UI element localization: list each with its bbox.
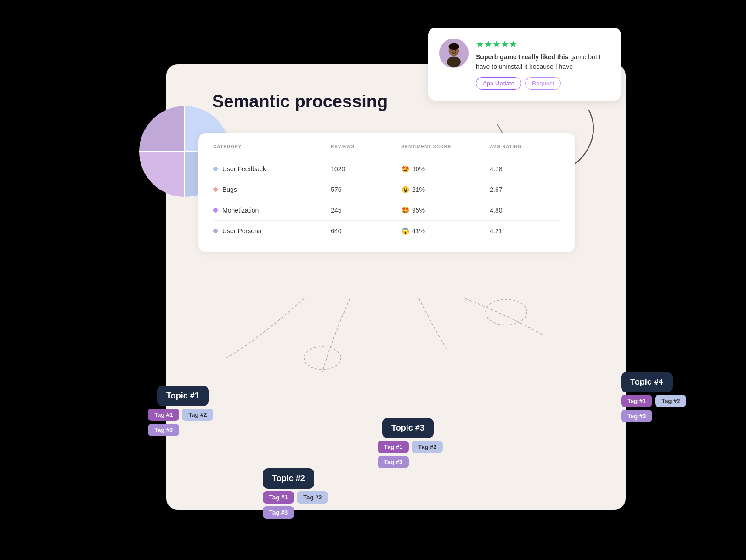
topic4-tag2: Tag #2 <box>655 395 686 407</box>
avg-rating: 4.78 <box>490 165 560 173</box>
sentiment-emoji: 😱 <box>401 227 409 235</box>
category-dot <box>213 229 218 233</box>
topic2-tag2: Tag #2 <box>297 491 328 504</box>
reviews-count: 576 <box>331 186 401 193</box>
topic3-tag2: Tag #2 <box>412 441 443 453</box>
sentiment-emoji: 🤩 <box>401 165 409 173</box>
category-dot <box>213 187 218 192</box>
sentiment-pct: 41% <box>412 227 425 235</box>
category-cell: User Feedback <box>213 165 331 173</box>
topic3-tag3: Tag #3 <box>378 456 409 468</box>
avg-rating: 2.67 <box>490 186 560 193</box>
sentiment-score: 😮 21% <box>401 186 490 193</box>
topic1-label: Topic #1 <box>157 386 209 406</box>
category-name: User Persona <box>222 227 262 235</box>
avg-rating: 4.21 <box>490 227 560 235</box>
topic1-tag3: Tag #3 <box>148 424 179 436</box>
topic1-tags: Tag #1 Tag #2 Tag #3 <box>148 409 231 436</box>
reviews-count: 1020 <box>331 165 401 173</box>
topic4-label: Topic #4 <box>621 372 673 392</box>
topic2-tags: Tag #1 Tag #2 Tag #3 <box>263 491 345 519</box>
reviews-count: 245 <box>331 207 401 214</box>
review-card: ★★★★★ Superb game I really liked this ga… <box>428 28 621 101</box>
avatar <box>439 39 469 68</box>
svg-point-8 <box>455 50 456 51</box>
category-name: User Feedback <box>222 165 266 173</box>
sentiment-pct: 90% <box>412 165 425 173</box>
topic4-tags: Tag #1 Tag #2 Tag #3 <box>621 395 713 422</box>
header-avg-rating: AVG RATING <box>490 144 560 149</box>
sentiment-emoji: 😮 <box>401 186 409 193</box>
category-dot <box>213 167 218 171</box>
reviews-count: 640 <box>331 227 401 235</box>
review-text: Superb game I really liked this game but… <box>476 52 610 72</box>
avg-rating: 4.80 <box>490 207 560 214</box>
svg-point-7 <box>452 50 453 51</box>
topic2-tag3: Tag #3 <box>263 506 294 519</box>
topic3-tag1: Tag #1 <box>378 441 409 453</box>
topic4-tag1: Tag #1 <box>621 395 652 407</box>
table-row: User Persona 640 😱 41% 4.21 <box>213 221 560 241</box>
sentiment-pct: 21% <box>412 186 425 193</box>
tag-request[interactable]: Request <box>525 77 561 90</box>
sentiment-score: 😱 41% <box>401 227 490 235</box>
table-row: Bugs 576 😮 21% 2.67 <box>213 179 560 200</box>
topic2-label: Topic #2 <box>263 468 314 489</box>
topic1-tag1: Tag #1 <box>148 409 179 421</box>
table-header: CATEGORY REVIEWS SENTIMENT SCORE AVG RAT… <box>213 144 560 155</box>
sentiment-score: 🤩 90% <box>401 165 490 173</box>
category-cell: User Persona <box>213 227 331 235</box>
category-cell: Monetization <box>213 207 331 214</box>
sentiment-pct: 95% <box>412 207 425 214</box>
topic3-label: Topic #3 <box>382 418 434 438</box>
topic1-tag2: Tag #2 <box>182 409 213 421</box>
table-row: User Feedback 1020 🤩 90% 4.78 <box>213 159 560 179</box>
star-rating: ★★★★★ <box>476 39 610 50</box>
category-name: Monetization <box>222 207 259 214</box>
topic4-tag3: Tag #3 <box>621 410 652 422</box>
table-row: Monetization 245 🤩 95% 4.80 <box>213 200 560 221</box>
header-sentiment: SENTIMENT SCORE <box>401 144 490 149</box>
category-name: Bugs <box>222 186 237 193</box>
topic2-tag1: Tag #1 <box>263 491 294 504</box>
sentiment-emoji: 🤩 <box>401 207 409 214</box>
sentiment-score: 🤩 95% <box>401 207 490 214</box>
review-text-bold: Superb game I really liked this <box>476 53 569 61</box>
svg-rect-6 <box>449 45 459 48</box>
topic3-tags: Tag #1 Tag #2 Tag #3 <box>378 441 469 468</box>
category-cell: Bugs <box>213 186 331 193</box>
svg-point-3 <box>447 57 461 67</box>
review-content: ★★★★★ Superb game I really liked this ga… <box>476 39 610 90</box>
tag-app-update[interactable]: App Update <box>476 77 521 90</box>
review-tags: App Update Request <box>476 77 610 90</box>
data-table: CATEGORY REVIEWS SENTIMENT SCORE AVG RAT… <box>198 133 575 252</box>
header-category: CATEGORY <box>213 144 331 149</box>
category-dot <box>213 208 218 213</box>
header-reviews: REVIEWS <box>331 144 401 149</box>
